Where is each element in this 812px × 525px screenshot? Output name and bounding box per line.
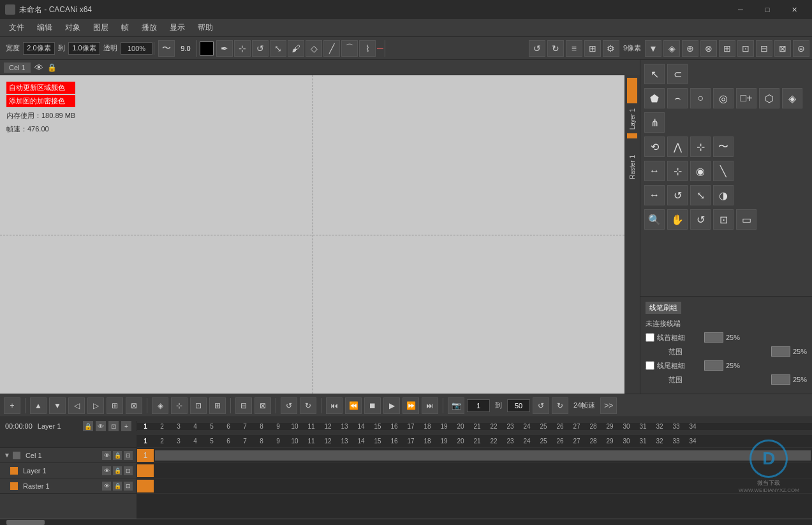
redo2-btn[interactable]: ↻ bbox=[300, 397, 316, 414]
redo-btn[interactable]: ↻ bbox=[547, 40, 564, 57]
line-tool-btn[interactable]: ╱ bbox=[323, 40, 340, 57]
menu-help[interactable]: 帮助 bbox=[191, 20, 219, 36]
cel1-lock[interactable]: 🔒 bbox=[113, 451, 122, 460]
line-end-checkbox[interactable] bbox=[646, 361, 654, 370]
frame-number-2[interactable]: 2 bbox=[154, 423, 170, 430]
timeline-scrollbar[interactable] bbox=[0, 519, 812, 525]
play-prev-btn[interactable]: ⏮ bbox=[326, 397, 343, 414]
menu-layer[interactable]: 图层 bbox=[87, 20, 115, 36]
width-input[interactable] bbox=[23, 42, 55, 55]
eraser-tool-btn[interactable]: ◇ bbox=[306, 40, 322, 57]
frame-number-34[interactable]: 34 bbox=[684, 423, 701, 430]
t3[interactable]: ⊗ bbox=[700, 40, 717, 57]
hand-tool[interactable]: ✋ bbox=[667, 209, 688, 230]
frame-number-32[interactable]: 32 bbox=[651, 423, 668, 430]
t4[interactable]: ⊞ bbox=[719, 40, 735, 57]
flip-h-tool[interactable]: ↔ bbox=[644, 161, 665, 181]
frame-number-7[interactable]: 7 bbox=[237, 423, 253, 430]
current-frame-input[interactable] bbox=[467, 399, 490, 412]
frame-op4[interactable]: ⊞ bbox=[209, 397, 226, 414]
timeline-scrollbar-thumb[interactable] bbox=[6, 520, 45, 525]
frame-number-26[interactable]: 26 bbox=[552, 423, 568, 430]
menu-edit[interactable]: 编辑 bbox=[31, 20, 59, 36]
paint-tool[interactable]: ⬟ bbox=[644, 88, 665, 108]
frame-number-12[interactable]: 12 bbox=[320, 423, 336, 430]
del-keyframe-btn[interactable]: ▼ bbox=[49, 397, 66, 414]
t5[interactable]: ⊡ bbox=[737, 40, 754, 57]
arrow-tool[interactable]: ↖ bbox=[644, 64, 665, 84]
cel1-eye[interactable]: 👁 bbox=[102, 451, 111, 460]
cel-lock-btn[interactable]: 🔒 bbox=[47, 63, 57, 72]
menu-view[interactable]: 显示 bbox=[163, 20, 191, 36]
fill2-tool[interactable]: ◈ bbox=[782, 88, 802, 108]
curve-tool-btn[interactable]: ⌒ bbox=[341, 40, 358, 57]
frame-number-6[interactable]: 6 bbox=[220, 423, 237, 430]
feather-tool[interactable]: ⋔ bbox=[644, 112, 665, 133]
mirror-tool[interactable]: ⊡ bbox=[713, 209, 734, 230]
line-start-checkbox[interactable] bbox=[646, 333, 654, 342]
tl-lock-btn[interactable]: 🔒 bbox=[83, 421, 93, 431]
export-btn[interactable]: ⊠ bbox=[126, 397, 142, 414]
refresh-btn[interactable]: ↺ bbox=[533, 397, 549, 414]
eye2-tool[interactable]: ◑ bbox=[713, 185, 734, 205]
layer1-lock[interactable]: 🔒 bbox=[113, 466, 122, 475]
copy-frame-btn[interactable]: ⊞ bbox=[107, 397, 123, 414]
color-swatch[interactable] bbox=[200, 41, 214, 55]
settings-btn[interactable]: ⚙ bbox=[603, 40, 619, 57]
frame-op5[interactable]: ⊟ bbox=[235, 397, 252, 414]
to-input[interactable] bbox=[68, 42, 100, 55]
step-prev-btn[interactable]: ⏪ bbox=[345, 397, 362, 414]
layer-tab-raster1[interactable]: Raster 1 bbox=[628, 152, 637, 182]
play-stop-btn[interactable]: ⏹ bbox=[364, 397, 381, 414]
wave-icon[interactable]: 〜 bbox=[158, 40, 175, 57]
frame-number-8[interactable]: 8 bbox=[253, 423, 270, 430]
tl-add-btn[interactable]: + bbox=[121, 421, 131, 431]
frame-number-33[interactable]: 33 bbox=[668, 423, 684, 430]
menu-object[interactable]: 对象 bbox=[59, 20, 87, 36]
frame-number-16[interactable]: 16 bbox=[386, 423, 402, 430]
grid-btn[interactable]: ⊞ bbox=[584, 40, 601, 57]
rect-add-tool[interactable]: □+ bbox=[736, 88, 757, 108]
step-next-btn[interactable]: ⏩ bbox=[402, 397, 419, 414]
scale2-tool[interactable]: ⤡ bbox=[690, 185, 711, 205]
frame-number-18[interactable]: 18 bbox=[419, 423, 436, 430]
end-frame-input[interactable] bbox=[507, 399, 530, 412]
prev-frame-btn[interactable]: ◁ bbox=[68, 397, 85, 414]
add-keyframe-btn[interactable]: ▲ bbox=[30, 397, 47, 414]
brush-tool-btn[interactable]: 🖌 bbox=[288, 40, 304, 57]
frame-number-28[interactable]: 28 bbox=[585, 423, 602, 430]
frame-number-13[interactable]: 13 bbox=[336, 423, 353, 430]
rotate3-tool[interactable]: ↺ bbox=[690, 209, 711, 230]
frame-number-20[interactable]: 20 bbox=[452, 423, 469, 430]
more-btn[interactable]: ▼ bbox=[645, 40, 661, 57]
zoom-tool[interactable]: 🔍 bbox=[644, 209, 665, 230]
frame-number-29[interactable]: 29 bbox=[602, 423, 618, 430]
cel-eye-btn[interactable]: 👁 bbox=[34, 63, 43, 73]
wave2-tool[interactable]: 〜 bbox=[713, 137, 734, 157]
frame-number-3[interactable]: 3 bbox=[170, 423, 187, 430]
rotate-tool-btn[interactable]: ↺ bbox=[252, 40, 269, 57]
minimize-button[interactable]: ─ bbox=[728, 0, 753, 19]
frame-number-17[interactable]: 17 bbox=[402, 423, 419, 430]
cel1-extra[interactable]: ⊡ bbox=[124, 451, 133, 460]
flip-v-tool[interactable]: ⊹ bbox=[667, 161, 688, 181]
frame-number-23[interactable]: 23 bbox=[502, 423, 519, 430]
frame-number-19[interactable]: 19 bbox=[436, 423, 452, 430]
arc-tool[interactable]: ⌢ bbox=[667, 88, 688, 108]
connect-tool[interactable]: ⟲ bbox=[644, 137, 665, 157]
frame-number-30[interactable]: 30 bbox=[618, 423, 635, 430]
next-frame-btn[interactable]: ▷ bbox=[87, 397, 104, 414]
frame-number-21[interactable]: 21 bbox=[469, 423, 485, 430]
bezier-tool[interactable]: ◎ bbox=[713, 88, 734, 108]
tl-link-btn[interactable]: ⊡ bbox=[108, 421, 119, 431]
pen-tool-btn[interactable]: ✒ bbox=[216, 40, 233, 57]
layer-tab-layer1[interactable]: Layer 1 bbox=[628, 106, 637, 132]
frame-op2[interactable]: ⊹ bbox=[171, 397, 188, 414]
menu-frame[interactable]: 帧 bbox=[115, 20, 135, 36]
frame-number-9[interactable]: 9 bbox=[270, 423, 286, 430]
layer1-extra[interactable]: ⊡ bbox=[124, 466, 133, 475]
add-frame-btn[interactable]: + bbox=[4, 397, 20, 414]
frame-number-11[interactable]: 11 bbox=[303, 423, 320, 430]
zoom-input[interactable] bbox=[121, 42, 152, 55]
frame-op6[interactable]: ⊠ bbox=[255, 397, 271, 414]
